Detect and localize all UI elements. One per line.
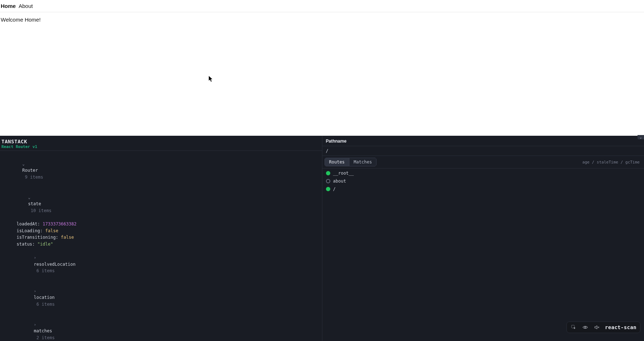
top-nav: Home About — [0, 0, 644, 12]
chevron-down-icon[interactable] — [22, 161, 26, 167]
devtools-collapse-button[interactable]: ⌄ — [638, 135, 644, 139]
devtools-tab-group: Routes Matches — [325, 158, 377, 166]
route-name: about — [333, 179, 346, 184]
tree-key: isLoading: — [17, 228, 43, 233]
tree-key: loadedAt: — [17, 221, 40, 226]
chevron-right-icon[interactable] — [34, 254, 38, 261]
chevron-down-icon[interactable] — [28, 194, 32, 201]
route-name: / — [333, 187, 336, 192]
devtools-brand-row: TANSTACK React Router v1 — [0, 136, 322, 151]
tree-key: status: — [17, 242, 35, 247]
pathname-header: Pathname — [322, 136, 644, 146]
tree-key-router: Router — [22, 168, 38, 173]
welcome-text: Welcome Home! — [1, 17, 41, 23]
tree-key: resolvedLocation — [34, 262, 76, 267]
svg-point-1 — [585, 327, 586, 328]
devtools-columns-hint: age / staleTime / gcTime — [582, 160, 642, 165]
tree-val: false — [61, 235, 74, 240]
devtools-left-pane: TANSTACK React Router v1 Router 9 items … — [0, 136, 322, 341]
route-name: __root__ — [333, 171, 354, 176]
mouse-cursor-icon — [208, 76, 213, 82]
react-scan-label: react-scan — [605, 324, 636, 330]
tree-key: isTransitioning: — [17, 235, 58, 240]
tree-val: false — [45, 228, 58, 233]
react-scan-toolbar[interactable]: react-scan — [566, 322, 640, 333]
tree-meta: 10 items — [31, 208, 52, 213]
inspect-icon[interactable] — [570, 324, 577, 331]
page-content: Welcome Home! — [0, 12, 644, 27]
status-dot-icon — [326, 187, 330, 191]
nav-home-link[interactable]: Home — [1, 3, 16, 9]
status-dot-icon — [326, 171, 330, 175]
route-item-root[interactable]: __root__ — [322, 169, 644, 177]
devtools-brand-sub: React Router v1 — [1, 144, 321, 149]
tab-matches[interactable]: Matches — [349, 158, 376, 166]
devtools-brand: TANSTACK — [1, 139, 321, 144]
nav-about-link[interactable]: About — [19, 3, 33, 9]
route-item-about[interactable]: about — [322, 177, 644, 185]
tree-val: "idle" — [38, 242, 53, 247]
devtools-tabs-row: Routes Matches age / staleTime / gcTime — [322, 156, 644, 169]
tree-val: 1733373663382 — [43, 221, 76, 226]
chevron-right-icon[interactable] — [34, 288, 38, 295]
tree-key: matches — [34, 328, 52, 333]
tree-meta: 6 items — [36, 302, 55, 307]
pathname-value: / — [322, 146, 644, 156]
route-item-index[interactable]: / — [322, 185, 644, 193]
route-list: __root__ about / — [322, 169, 644, 194]
chevron-right-icon[interactable] — [34, 321, 38, 328]
tree-meta: 6 items — [36, 268, 55, 273]
router-devtools-panel: ⌄ TANSTACK React Router v1 Router 9 item… — [0, 136, 644, 341]
tree-meta: 2 items — [36, 335, 55, 340]
devtools-right-pane: Pathname / Routes Matches age / staleTim… — [322, 136, 644, 341]
status-dot-icon — [326, 179, 330, 183]
tree-key: location — [34, 295, 55, 300]
eye-icon[interactable] — [582, 324, 588, 331]
tree-meta: 9 items — [25, 175, 43, 180]
sound-off-icon[interactable] — [594, 324, 600, 331]
tree-key-state: state — [28, 201, 41, 206]
tab-routes[interactable]: Routes — [325, 158, 349, 166]
router-state-tree[interactable]: Router 9 items state 10 items loadedAt: … — [0, 151, 322, 341]
